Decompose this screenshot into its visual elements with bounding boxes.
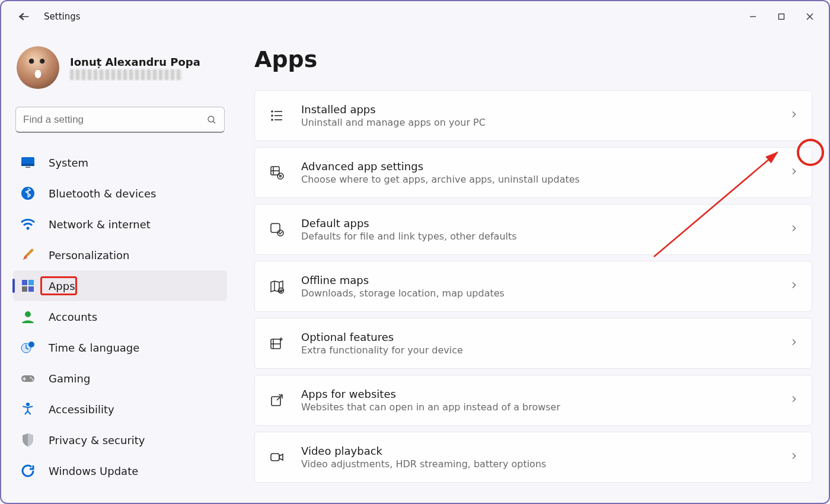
sidebar-item-label: Privacy & security [49, 434, 145, 446]
card-body: Optional featuresExtra functionality for… [301, 331, 463, 356]
svg-point-17 [26, 403, 30, 406]
chevron-right-icon [789, 451, 799, 463]
card-list: Installed appsUninstall and manage apps … [254, 90, 812, 483]
chevron-right-icon [789, 337, 799, 349]
content-panel: Apps Installed appsUninstall and manage … [235, 32, 829, 503]
card-advanced[interactable]: Advanced app settingsChoose where to get… [254, 147, 812, 198]
sidebar-item-label: Personalization [49, 249, 129, 261]
svg-rect-10 [28, 286, 34, 292]
card-description: Websites that can open in an app instead… [301, 401, 560, 413]
search-box[interactable] [15, 107, 225, 133]
card-description: Downloads, storage location, map updates [301, 288, 505, 299]
svg-point-6 [27, 227, 30, 230]
card-body: Advanced app settingsChoose where to get… [301, 160, 580, 185]
card-websites[interactable]: Apps for websitesWebsites that can open … [254, 375, 812, 426]
sidebar-item-personalization[interactable]: Personalization [13, 240, 227, 270]
map-download-icon [268, 277, 286, 295]
sidebar-item-gaming[interactable]: Gaming [13, 363, 227, 394]
card-body: Installed appsUninstall and manage apps … [301, 103, 486, 128]
svg-rect-3 [21, 164, 34, 166]
card-video[interactable]: Video playbackVideo adjustments, HDR str… [254, 432, 812, 483]
sidebar: Ionuț Alexandru Popa SystemBluetooth & d… [1, 32, 235, 503]
svg-point-11 [25, 311, 31, 317]
card-body: Default appsDefaults for file and link t… [301, 217, 517, 242]
close-icon [806, 13, 813, 20]
maximize-icon [778, 13, 785, 20]
back-button[interactable] [13, 6, 34, 27]
monitor-icon [20, 155, 36, 170]
chevron-right-icon [789, 394, 799, 406]
svg-rect-9 [22, 286, 27, 292]
chevron-right-icon [789, 224, 799, 235]
list-icon [268, 107, 286, 125]
sidebar-item-label: Accounts [49, 311, 97, 323]
paintbrush-icon [20, 247, 36, 263]
close-button[interactable] [796, 6, 824, 27]
open-external-icon [268, 391, 286, 409]
sidebar-item-label: System [49, 157, 88, 169]
shield-icon [20, 432, 36, 448]
sidebar-item-bluetooth[interactable]: Bluetooth & devices [13, 178, 227, 209]
card-title: Apps for websites [301, 388, 560, 400]
page-title: Apps [254, 46, 812, 72]
wifi-icon [20, 216, 36, 232]
svg-point-22 [277, 173, 283, 179]
profile-name: Ionuț Alexandru Popa [70, 56, 200, 68]
svg-point-19 [272, 115, 273, 116]
sync-icon [20, 463, 36, 479]
card-title: Offline maps [301, 274, 505, 286]
svg-point-18 [272, 111, 273, 112]
sidebar-item-label: Apps [49, 280, 75, 292]
svg-point-15 [30, 377, 31, 378]
card-body: Video playbackVideo adjustments, HDR str… [301, 445, 546, 470]
profile-block[interactable]: Ionuț Alexandru Popa [17, 46, 227, 89]
chevron-right-icon [789, 167, 799, 178]
sidebar-item-label: Windows Update [49, 465, 138, 477]
sidebar-item-system[interactable]: System [13, 147, 227, 178]
sidebar-item-label: Bluetooth & devices [49, 187, 156, 200]
svg-rect-29 [271, 454, 279, 461]
sidebar-item-privacy[interactable]: Privacy & security [13, 425, 227, 455]
sidebar-item-label: Accessibility [49, 403, 114, 416]
card-description: Video adjustments, HDR streaming, batter… [301, 458, 546, 470]
app-check-icon [268, 221, 286, 238]
card-body: Offline mapsDownloads, storage location,… [301, 274, 505, 299]
svg-rect-4 [25, 167, 30, 168]
svg-point-13 [28, 342, 34, 347]
svg-rect-0 [779, 14, 784, 20]
sidebar-item-apps[interactable]: Apps [13, 270, 227, 301]
app-plus-icon [268, 334, 286, 352]
sidebar-item-accounts[interactable]: Accounts [13, 301, 227, 332]
minimize-button[interactable] [739, 6, 767, 27]
sidebar-item-time[interactable]: Time & language [13, 332, 227, 363]
card-body: Apps for websitesWebsites that can open … [301, 388, 560, 413]
card-title: Installed apps [301, 103, 486, 116]
card-optional[interactable]: Optional featuresExtra functionality for… [254, 318, 812, 369]
card-description: Choose where to get apps, archive apps, … [301, 174, 580, 185]
main-area: Ionuț Alexandru Popa SystemBluetooth & d… [1, 32, 829, 503]
window-controls [739, 6, 824, 27]
sidebar-item-update[interactable]: Windows Update [13, 455, 227, 486]
window-title: Settings [44, 11, 81, 22]
app-gear-icon [268, 164, 286, 181]
card-description: Uninstall and manage apps on your PC [301, 117, 486, 128]
minimize-icon [749, 13, 756, 20]
card-description: Extra functionality for your device [301, 344, 463, 356]
sidebar-item-network[interactable]: Network & internet [13, 209, 227, 240]
titlebar: Settings [1, 1, 829, 32]
sidebar-item-accessibility[interactable]: Accessibility [13, 394, 227, 425]
card-title: Default apps [301, 217, 517, 229]
person-icon [20, 309, 36, 324]
maximize-button[interactable] [767, 6, 796, 27]
search-input[interactable] [23, 114, 206, 126]
card-installed[interactable]: Installed appsUninstall and manage apps … [254, 90, 812, 141]
card-title: Optional features [301, 331, 463, 343]
gamepad-icon [20, 371, 36, 386]
profile-email-blurred [70, 69, 183, 80]
card-maps[interactable]: Offline mapsDownloads, storage location,… [254, 261, 812, 312]
card-default[interactable]: Default appsDefaults for file and link t… [254, 204, 812, 255]
sidebar-item-label: Network & internet [49, 218, 151, 231]
clock-globe-icon [20, 340, 36, 355]
card-title: Advanced app settings [301, 160, 580, 173]
avatar [17, 46, 59, 89]
